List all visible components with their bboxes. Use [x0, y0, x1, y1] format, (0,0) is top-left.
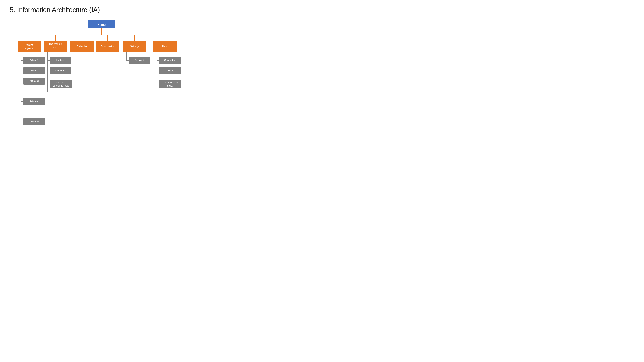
l2-article5: Article 5: [30, 120, 39, 123]
l2-account: Account: [135, 59, 144, 62]
l1-world-in-brief: The world in: [49, 42, 63, 45]
l2-article4: Article 4: [30, 100, 39, 103]
svg-text:agenda: agenda: [25, 47, 34, 50]
l2-headlines: Headlines: [55, 59, 66, 62]
l2-markets: Markets &: [56, 81, 66, 84]
home-label: Home: [98, 23, 106, 26]
l2-article2: Article 2: [30, 69, 39, 72]
l1-todays-agenda: Today's: [25, 43, 34, 46]
l1-settings: Settings: [130, 45, 139, 48]
l2-daily-watch: Daily Watch: [54, 69, 67, 72]
ia-tree-svg: Home Today's agenda The world in brief C…: [10, 19, 205, 135]
svg-text:brief: brief: [53, 46, 58, 49]
l1-bookmarks: Bookmarks: [101, 45, 114, 48]
l2-article1: Article 1: [30, 59, 39, 62]
l2-article3: Article 3: [30, 79, 39, 82]
l2-tou: TOU & Privacy: [162, 81, 178, 84]
page-title: 5. Information Architecture (IA): [10, 6, 205, 14]
l2-faq: FAQ: [168, 69, 173, 72]
l1-about: About: [162, 45, 168, 48]
svg-text:Exchange rates: Exchange rates: [53, 84, 69, 87]
svg-rect-9: [18, 40, 41, 52]
l2-contact-us: Contact us: [164, 59, 176, 62]
svg-text:policy: policy: [167, 84, 173, 87]
l1-calendar: Calendar: [77, 45, 87, 48]
ia-diagram: Home Today's agenda The world in brief C…: [10, 19, 205, 135]
